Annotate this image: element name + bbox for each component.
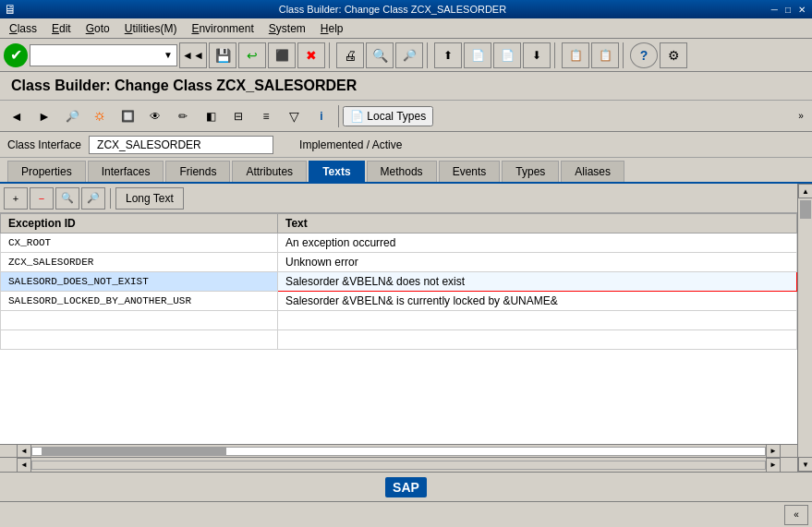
exception-id-cell: ZCX_SALESORDER xyxy=(1,253,278,272)
menu-edit[interactable]: Edit xyxy=(46,20,77,37)
stop-button[interactable]: ⬛ xyxy=(268,42,296,68)
exception-id-cell: SALESORD_DOES_NOT_EXIST xyxy=(1,272,278,292)
empty-row-2[interactable] xyxy=(1,330,797,350)
long-text-button[interactable]: Long Text xyxy=(115,187,184,210)
nav-forward-button[interactable]: ► xyxy=(31,104,57,128)
check-object-button[interactable]: ⛭ xyxy=(87,104,113,128)
scroll-track[interactable] xyxy=(798,198,812,457)
scroll-up-button[interactable]: ▲ xyxy=(798,184,812,198)
filter-button-1[interactable]: ◧ xyxy=(198,104,224,128)
sap-logo-bar: SAP xyxy=(0,472,812,501)
maximize-button[interactable]: □ xyxy=(782,5,794,15)
window-controls: ─ □ ✕ xyxy=(769,5,808,15)
scroll-right-outer-btn[interactable]: ► xyxy=(766,458,781,473)
tab-events[interactable]: Events xyxy=(439,161,501,182)
tab-interfaces[interactable]: Interfaces xyxy=(88,161,164,182)
add-row-button[interactable]: + xyxy=(4,187,28,210)
tab-types[interactable]: Types xyxy=(502,161,559,182)
delete-row-button[interactable]: − xyxy=(30,187,54,210)
tab-methods[interactable]: Methods xyxy=(367,161,437,182)
h-scrollbar-table: ◄ ► xyxy=(0,444,797,457)
filter-button-3[interactable]: ≡ xyxy=(253,104,279,128)
customize-button[interactable]: ⚙ xyxy=(660,42,687,68)
empty-row-1[interactable] xyxy=(1,311,797,330)
menu-system[interactable]: System xyxy=(263,20,311,37)
find-button[interactable]: 🔍 xyxy=(366,42,394,68)
exceptions-table: Exception ID Text CX_ROOT An exception o… xyxy=(0,213,797,350)
info-button[interactable]: i xyxy=(309,104,334,128)
layout-button-2[interactable]: 📋 xyxy=(591,42,619,68)
bottom-nav-back-button[interactable]: « xyxy=(784,505,808,525)
local-types-button[interactable]: 📄 Local Types xyxy=(343,106,433,126)
class-interface-value[interactable]: ZCX_SALESORDER xyxy=(89,136,273,154)
page-title: Class Builder: Change Class ZCX_SALESORD… xyxy=(0,72,812,101)
main-toolbar: ✔ ▼ ◄◄ 💾 ↩ ⬛ ✖ 🖨 🔍 🔎 ⬆ 📄 📄 ⬇ 📋 📋 ? xyxy=(0,39,812,72)
table-row[interactable]: SALESORD_LOCKED_BY_ANOTHER_USR Salesorde… xyxy=(1,292,797,311)
scroll-down-button[interactable]: ▼ xyxy=(798,457,812,472)
tab-texts[interactable]: Texts xyxy=(309,161,364,182)
save-button[interactable]: 💾 xyxy=(209,42,236,68)
where-used-button[interactable]: 🔎 xyxy=(59,104,85,128)
table-row[interactable]: ZCX_SALESORDER Unknown error xyxy=(1,253,797,272)
h-scroll-track[interactable] xyxy=(31,447,766,456)
search-next-button[interactable]: 🔎 xyxy=(81,187,105,210)
execute-button[interactable]: ✔ xyxy=(4,43,28,67)
search-table-button[interactable]: 🔍 xyxy=(55,187,79,210)
class-interface-status: Implemented / Active xyxy=(299,138,402,151)
table-container: Exception ID Text CX_ROOT An exception o… xyxy=(0,213,797,444)
h-scroll-outer-track[interactable] xyxy=(31,461,766,470)
first-button[interactable]: ⬆ xyxy=(434,42,462,68)
sub-toolbar: + − 🔍 🔎 Long Text xyxy=(0,184,797,213)
tab-attributes[interactable]: Attributes xyxy=(232,161,307,182)
window-title: Class Builder: Change Class ZCX_SALESORD… xyxy=(17,4,769,15)
display-button[interactable]: 👁 xyxy=(142,104,168,128)
filter-main-button[interactable]: ▽ xyxy=(281,104,307,128)
filter-button-2[interactable]: ⊟ xyxy=(225,104,251,128)
nav-back-button[interactable]: ◄ xyxy=(4,104,30,128)
help-button[interactable]: ? xyxy=(630,42,658,68)
text-cell[interactable]: Salesorder &VBELN& is currently locked b… xyxy=(278,292,797,311)
content-wrapper: + − 🔍 🔎 Long Text Exception ID Text xyxy=(0,184,812,472)
tab-friends[interactable]: Friends xyxy=(165,161,230,182)
menu-bar: Class Edit Goto Utilities(M) Environment… xyxy=(0,18,812,39)
command-field[interactable]: ▼ xyxy=(30,44,177,66)
text-cell-editing[interactable]: Salesorder &VBELN& does not exist xyxy=(278,272,797,292)
sub-toolbar-sep xyxy=(110,188,111,209)
next-button[interactable]: 📄 xyxy=(493,42,521,68)
page-title-text: Class Builder: Change Class ZCX_SALESORD… xyxy=(11,78,357,93)
col-header-exception-id: Exception ID xyxy=(1,214,278,234)
tab-properties[interactable]: Properties xyxy=(7,161,86,182)
app-icon: 🖥 xyxy=(4,2,17,17)
close-button[interactable]: ✕ xyxy=(795,5,808,15)
toolbar-separator-1 xyxy=(329,42,333,68)
prev-button[interactable]: 📄 xyxy=(464,42,491,68)
more-options-button[interactable]: » xyxy=(794,104,808,128)
menu-class[interactable]: Class xyxy=(4,20,42,37)
layout-button-1[interactable]: 📋 xyxy=(562,42,589,68)
col-header-text: Text xyxy=(278,214,797,234)
last-button[interactable]: ⬇ xyxy=(523,42,551,68)
print-button[interactable]: 🖨 xyxy=(336,42,364,68)
title-bar: 🖥 Class Builder: Change Class ZCX_SALESO… xyxy=(0,0,812,18)
text-cell[interactable]: An exception occurred xyxy=(278,234,797,253)
activate-button[interactable]: 🔲 xyxy=(115,104,140,128)
minimize-button[interactable]: ─ xyxy=(769,5,781,15)
menu-goto[interactable]: Goto xyxy=(80,20,115,37)
menu-utilities[interactable]: Utilities(M) xyxy=(119,20,183,37)
h-scroll-thumb xyxy=(42,448,226,455)
menu-environment[interactable]: Environment xyxy=(186,20,259,37)
scroll-left-outer-btn[interactable]: ◄ xyxy=(17,458,31,473)
cancel-button[interactable]: ✖ xyxy=(297,42,325,68)
undo-button[interactable]: ↩ xyxy=(238,42,266,68)
text-cell[interactable]: Unknown error xyxy=(278,253,797,272)
tab-aliases[interactable]: Aliases xyxy=(561,161,624,182)
find-more-button[interactable]: 🔎 xyxy=(395,42,423,68)
edit-button[interactable]: ✏ xyxy=(170,104,196,128)
back-button[interactable]: ◄◄ xyxy=(179,42,207,68)
bottom-nav-bar: « xyxy=(0,501,812,527)
tabs-bar: Properties Interfaces Friends Attributes… xyxy=(0,158,812,184)
table-row[interactable]: SALESORD_DOES_NOT_EXIST Salesorder &VBEL… xyxy=(1,272,797,292)
table-row[interactable]: CX_ROOT An exception occurred xyxy=(1,234,797,253)
menu-help[interactable]: Help xyxy=(315,20,349,37)
dropdown-arrow: ▼ xyxy=(164,50,173,60)
